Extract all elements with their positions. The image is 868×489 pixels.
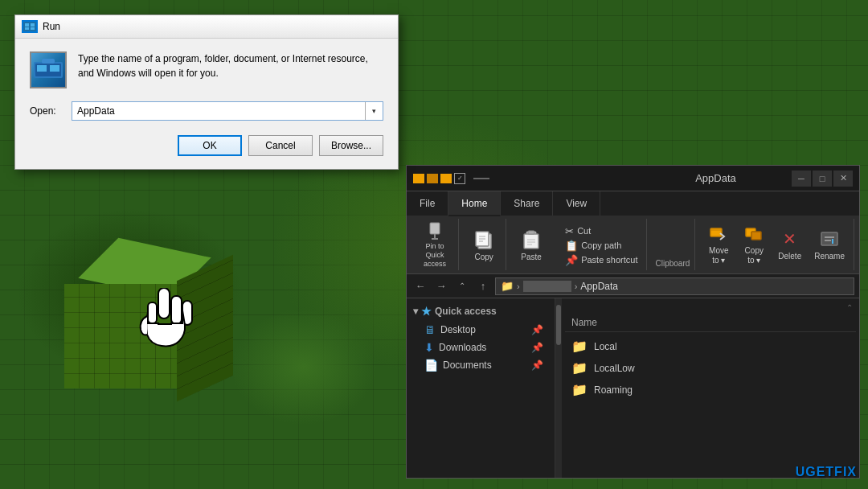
copy-path-label: Copy path bbox=[581, 240, 621, 250]
copy-to-button[interactable]: Copyto ▾ bbox=[737, 224, 771, 265]
move-to-button[interactable]: Moveto ▾ bbox=[702, 224, 735, 265]
svg-rect-8 bbox=[50, 65, 59, 72]
svg-rect-4 bbox=[31, 27, 35, 30]
desktop-pin-icon: 📌 bbox=[531, 324, 543, 335]
quick-access-label: Quick access bbox=[435, 306, 497, 317]
folder-icon-locallow: 📁 bbox=[571, 360, 588, 376]
clipboard-group-label: Clipboard bbox=[655, 259, 690, 268]
move-to-icon bbox=[707, 224, 730, 244]
copy-path-icon: 📋 bbox=[565, 240, 578, 252]
sidebar-scrollbar[interactable] bbox=[555, 298, 562, 478]
run-title-text: Run bbox=[43, 21, 60, 32]
file-item-roaming[interactable]: 📁 Roaming bbox=[565, 379, 856, 401]
desktop-folder-icon: 🖥 bbox=[424, 323, 436, 336]
folder-icon-2 bbox=[427, 174, 438, 183]
clipboard-label: Clipboard bbox=[650, 219, 695, 270]
dropdown-arrow-icon[interactable]: ▾ bbox=[365, 102, 383, 120]
quick-access-chevron: ▾ bbox=[413, 306, 418, 317]
explorer-files: ⌃ Name 📁 Local 📁 LocalLow 📁 Roaming bbox=[562, 298, 859, 478]
pin-group: Pin to Quickaccess bbox=[411, 219, 459, 270]
tab-home[interactable]: Home bbox=[448, 191, 501, 216]
paste-label: Paste bbox=[521, 253, 542, 262]
sidebar-documents-label: Documents bbox=[443, 360, 492, 371]
address-path[interactable]: 📁 › › AppData bbox=[495, 277, 854, 295]
rename-button[interactable]: Rename bbox=[809, 224, 850, 265]
ribbon-content: Pin to Quickaccess bbox=[407, 216, 859, 273]
title-separator bbox=[473, 178, 489, 179]
address-bar: ← → ⌃ ↑ 📁 › › AppData bbox=[407, 274, 859, 298]
back-button[interactable]: ← bbox=[411, 277, 429, 295]
close-button[interactable]: ✕ bbox=[833, 171, 853, 187]
svg-rect-3 bbox=[25, 27, 29, 30]
files-header-name: Name bbox=[571, 317, 850, 328]
paste-items: Paste bbox=[514, 219, 548, 268]
cut-button[interactable]: ✂ Cut bbox=[559, 224, 643, 238]
svg-rect-34 bbox=[832, 239, 833, 244]
sidebar-item-downloads[interactable]: ⬇ Downloads 📌 bbox=[407, 339, 555, 356]
svg-rect-23 bbox=[524, 234, 538, 249]
documents-folder-icon: 📄 bbox=[424, 359, 438, 372]
minimize-button[interactable]: ─ bbox=[792, 171, 811, 187]
paste-shortcut-icon: 📌 bbox=[565, 254, 578, 266]
run-header-row: Type the name of a program, folder, docu… bbox=[30, 51, 383, 88]
watermark-suffix: FIX bbox=[834, 465, 857, 479]
address-blurred-user bbox=[523, 281, 571, 292]
explorer-title: AppData bbox=[645, 172, 787, 184]
run-input-container[interactable]: AppData ▾ bbox=[72, 101, 383, 121]
paste-shortcut-button[interactable]: 📌 Paste shortcut bbox=[559, 253, 643, 267]
run-dialog: Run Type the name of a program, folder, … bbox=[14, 14, 399, 170]
svg-rect-2 bbox=[31, 23, 35, 27]
cancel-button[interactable]: Cancel bbox=[248, 135, 313, 156]
svg-rect-30 bbox=[751, 232, 761, 240]
check-icon: ✓ bbox=[454, 173, 465, 184]
sidebar-item-documents[interactable]: 📄 Documents 📌 bbox=[407, 356, 555, 374]
browse-button[interactable]: Browse... bbox=[319, 135, 383, 156]
sort-chevron-icon: ⌃ bbox=[846, 303, 853, 312]
sidebar-container: ▾ ★ Quick access 🖥 Desktop 📌 ⬇ Downloads… bbox=[407, 298, 562, 478]
run-buttons-row: OK Cancel Browse... bbox=[30, 135, 383, 156]
tab-view[interactable]: View bbox=[553, 191, 600, 216]
delete-button[interactable]: ✕ Delete bbox=[772, 224, 807, 265]
minecraft-block bbox=[64, 248, 241, 425]
file-item-localow[interactable]: 📁 LocalLow bbox=[565, 357, 856, 379]
svg-rect-14 bbox=[430, 223, 440, 234]
parent-button[interactable]: ↑ bbox=[474, 277, 492, 295]
copy-large-items: Copy bbox=[467, 219, 501, 268]
ribbon-tabs: File Home Share View bbox=[407, 191, 859, 216]
run-description: Type the name of a program, folder, docu… bbox=[78, 51, 383, 80]
maximize-button[interactable]: □ bbox=[813, 171, 832, 187]
pin-label: Pin to Quickaccess bbox=[422, 242, 448, 268]
pin-group-items: Pin to Quickaccess bbox=[416, 219, 453, 268]
svg-rect-24 bbox=[528, 231, 534, 234]
copy-to-icon bbox=[743, 224, 765, 244]
downloads-folder-icon: ⬇ bbox=[424, 341, 434, 354]
copy-path-button[interactable]: 📋 Copy path bbox=[559, 238, 643, 253]
explorer-sidebar: ▾ ★ Quick access 🖥 Desktop 📌 ⬇ Downloads… bbox=[407, 298, 555, 478]
tab-file[interactable]: File bbox=[407, 191, 448, 216]
files-header: Name bbox=[565, 314, 856, 332]
ribbon: File Home Share View bbox=[407, 191, 859, 274]
forward-button[interactable]: → bbox=[432, 277, 450, 295]
pin-to-quick-access-button[interactable]: Pin to Quickaccess bbox=[416, 224, 453, 266]
file-item-local[interactable]: 📁 Local bbox=[565, 335, 856, 357]
delete-label: Delete bbox=[778, 252, 801, 261]
address-appdata-text: AppData bbox=[580, 281, 618, 292]
tab-share[interactable]: Share bbox=[501, 191, 553, 216]
run-open-label: Open: bbox=[30, 105, 63, 117]
files-sort-row: ⌃ bbox=[565, 302, 856, 314]
copy-large-button[interactable]: Copy bbox=[467, 224, 501, 266]
copy-large-label: Copy bbox=[474, 253, 493, 262]
quick-access-header[interactable]: ▾ ★ Quick access bbox=[407, 302, 555, 321]
address-folder-icon: 📁 bbox=[501, 280, 514, 292]
paste-button[interactable]: Paste bbox=[514, 224, 548, 266]
sidebar-scroll-thumb bbox=[556, 305, 561, 345]
ok-button[interactable]: OK bbox=[178, 135, 242, 156]
delete-icon: ✕ bbox=[779, 228, 801, 250]
sidebar-item-desktop[interactable]: 🖥 Desktop 📌 bbox=[407, 321, 555, 339]
copy-large-group: Copy bbox=[462, 219, 506, 270]
up-button-small[interactable]: ⌃ bbox=[453, 277, 471, 295]
paste-group: Paste bbox=[510, 219, 553, 270]
folder-icon-local: 📁 bbox=[571, 339, 588, 354]
svg-rect-7 bbox=[37, 65, 47, 72]
file-locallow-label: LocalLow bbox=[594, 363, 635, 374]
